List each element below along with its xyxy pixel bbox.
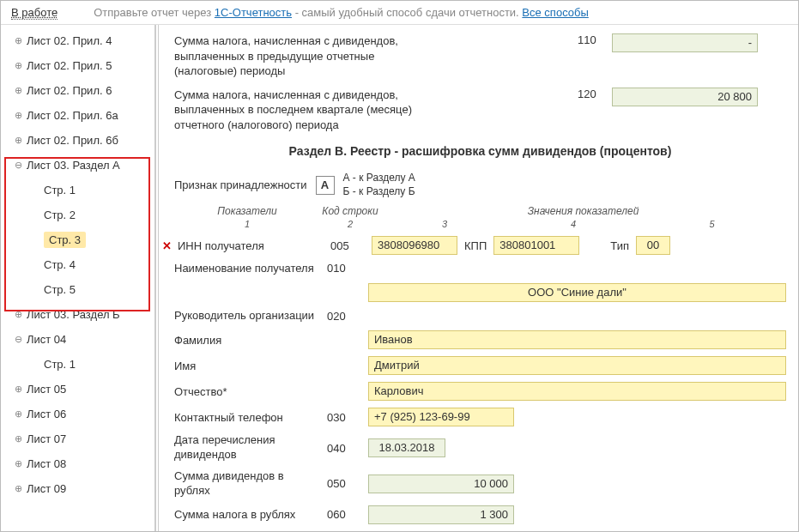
delete-row-icon[interactable]: ✕ [162,239,171,252]
phone-label: Контактный телефон [174,411,320,424]
tree-item-label: Лист 02. Прил. 6а [27,109,118,122]
tree-item-label: Лист 05 [27,383,66,396]
tree-page-item[interactable]: Стр. 1 [1,178,154,203]
priznak-legend: А - к Разделу А Б - к Разделу Б [343,172,415,198]
sumdiv-code: 050 [327,477,361,490]
tree-item-label: Стр. 3 [44,232,86,248]
row-label: Сумма налога, начисленная с дивидендов, … [174,33,432,79]
tree-item-label: Лист 08 [27,457,66,470]
tree-item-label: Стр. 1 [44,358,76,371]
priznak-label: Признак принадлежности [174,178,307,191]
tree-sheet-item[interactable]: ⊕Лист 02. Прил. 6а [1,103,154,128]
tree-item-label: Лист 02. Прил. 4 [27,34,112,47]
expand-toggle-icon[interactable]: ⊕ [13,110,23,121]
tree-sheet-item[interactable]: ⊕Лист 08 [1,451,154,476]
priznak-value[interactable]: А [316,176,335,195]
expand-toggle-icon[interactable]: ⊕ [13,483,23,494]
expand-toggle-icon[interactable]: ⊕ [13,60,23,71]
tree-item-label: Лист 02. Прил. 6 [27,84,112,97]
sumdiv-label: Сумма дивидендов в рублях [174,469,320,499]
tree-sheet-item[interactable]: ⊕Лист 09 [1,476,154,501]
tree-sheet-item[interactable]: ⊕Лист 02. Прил. 5 [1,53,154,78]
inn-label: ИНН получателя [178,239,324,252]
link-all-ways[interactable]: Все способы [522,6,588,19]
tree-sheet-item[interactable]: ⊖Лист 03. Раздел А [1,153,154,178]
row-code: 120 [578,88,612,100]
expand-toggle-icon[interactable]: ⊕ [13,408,23,420]
fam-label: Фамилия [174,334,320,347]
ot-label: Отчество* [174,385,320,398]
app-window: В работе Отправьте отчет через 1С-Отчетн… [0,0,799,532]
name-label: Наименование получателя [174,262,320,276]
sidebar-tree: ⊕Лист 02. Прил. 4⊕Лист 02. Прил. 5⊕Лист … [1,25,155,531]
expand-toggle-icon[interactable]: ⊕ [13,458,23,469]
sumnal-code: 060 [327,508,361,521]
name-code: 010 [327,262,361,275]
kpp-label: КПП [464,239,487,252]
tree-page-item[interactable]: Стр. 1 [1,352,154,377]
ruk-code: 020 [327,310,361,323]
tree-sheet-item[interactable]: ⊕Лист 02. Прил. 6 [1,78,154,103]
tip-field[interactable]: 00 [636,236,670,255]
date-field[interactable]: 18.03.2018 [368,438,445,457]
expand-toggle-icon[interactable]: ⊖ [13,334,23,345]
column-numbers: 1 2 3 4 5 [174,219,786,229]
kpp-field[interactable]: 380801001 [493,236,579,255]
row-code: 110 [578,33,612,46]
top-bar: В работе Отправьте отчет через 1С-Отчетн… [1,1,798,25]
tree-sheet-item[interactable]: ⊖Лист 04 [1,327,154,352]
tree-page-item[interactable]: Стр. 5 [1,277,154,302]
tree-item-label: Лист 03. Раздел Б [27,308,120,321]
tree-item-label: Лист 03. Раздел А [27,159,120,172]
phone-code: 030 [327,411,361,424]
sumdiv-field[interactable]: 10 000 [368,475,514,493]
sumnal-field[interactable]: 1 300 [368,505,514,524]
sumnal-label: Сумма налога в рублях [174,508,320,521]
expand-toggle-icon[interactable]: ⊕ [13,85,23,96]
tree-item-label: Стр. 5 [44,283,76,296]
tree-page-item[interactable]: Стр. 4 [1,252,154,277]
expand-toggle-icon[interactable]: ⊕ [13,384,23,395]
expand-toggle-icon[interactable]: ⊖ [13,160,23,171]
tree-page-item[interactable]: Стр. 2 [1,203,154,227]
ot-field[interactable]: Карлович [368,382,786,401]
phone-field[interactable]: +7 (925) 123-69-99 [368,408,514,426]
tree-page-item[interactable]: Стр. 3 [1,227,154,252]
tree-sheet-item[interactable]: ⊕Лист 07 [1,426,154,451]
tree-item-label: Стр. 4 [44,258,76,271]
expand-toggle-icon[interactable]: ⊕ [13,433,23,444]
field-120[interactable]: 20 800 [612,88,758,106]
im-field[interactable]: Дмитрий [368,356,786,375]
tree-item-label: Стр. 1 [44,184,76,196]
tree-sheet-item[interactable]: ⊕Лист 02. Прил. 4 [1,28,154,53]
tree-item-label: Лист 02. Прил. 5 [27,59,112,72]
expand-toggle-icon[interactable]: ⊕ [13,35,23,46]
hint-text: Отправьте отчет через 1С-Отчетность - са… [94,6,589,19]
expand-toggle-icon[interactable]: ⊕ [13,135,23,146]
im-label: Имя [174,360,320,372]
date-label: Дата перечисления дивидендов [174,433,320,462]
tree-sheet-item[interactable]: ⊕Лист 06 [1,402,154,426]
inn-code: 005 [330,239,365,252]
tree-item-label: Лист 04 [27,333,66,346]
inn-field[interactable]: 3808096980 [372,236,457,255]
tree-item-label: Лист 06 [27,408,66,420]
tree-sheet-item[interactable]: ⊕Лист 05 [1,377,154,402]
row-label: Сумма налога, начисленная с дивидендов, … [174,88,432,133]
section-title: Раздел В. Реестр - расшифровка сумм диви… [174,144,786,158]
link-1c-report[interactable]: 1С-Отчетность [215,6,292,19]
tree-item-label: Лист 02. Прил. 6б [27,134,118,147]
main-form: Сумма налога, начисленная с дивидендов, … [155,25,798,531]
ruk-label: Руководитель организации [174,309,320,323]
tree-item-label: Лист 09 [27,482,66,495]
status-link[interactable]: В работе [11,6,58,20]
name-field[interactable]: ООО "Синие дали" [368,283,786,302]
expand-toggle-icon[interactable]: ⊕ [13,309,23,320]
field-110[interactable]: - [612,33,758,52]
tip-label: Тип [610,239,629,252]
tree-item-label: Стр. 2 [44,209,76,221]
column-headers: Показатели Код строки Значения показател… [174,205,786,217]
tree-sheet-item[interactable]: ⊕Лист 03. Раздел Б [1,302,154,327]
fam-field[interactable]: Иванов [368,330,786,349]
tree-sheet-item[interactable]: ⊕Лист 02. Прил. 6б [1,128,154,153]
